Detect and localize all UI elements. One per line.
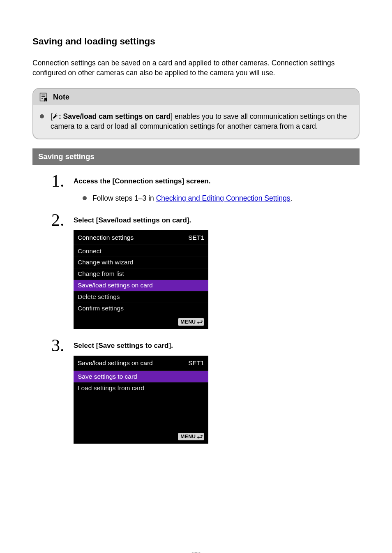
screen-items: Save settings to card Load settings from… [74,370,208,395]
menu-back-button[interactable]: MENU ⮐ [178,433,204,440]
step-title: Access the [Connection settings] screen. [74,177,360,186]
screen-footer: MENU ⮐ [74,315,208,329]
steps-list: Access the [Connection settings] screen.… [74,177,360,444]
menu-item-save-to-card[interactable]: Save settings to card [74,371,208,382]
bullet-icon [83,196,87,200]
note-label: Note [53,92,69,102]
step-1-note: Follow steps 1–3 in Checking and Editing… [92,194,292,204]
screen-header-right: SET1 [188,234,204,242]
camera-screen-save-load: Save/load settings on card SET1 Save set… [74,356,208,444]
menu-item-save-load[interactable]: Save/load settings on card [74,280,208,291]
menu-item-change-wizard[interactable]: Change with wizard [74,257,208,268]
reference-link[interactable]: Checking and Editing Connection Settings [156,194,291,202]
note-text: [: Save/load cam settings on card] enabl… [51,112,352,131]
note-bold: : Save/load cam settings on card [59,112,171,120]
menu-label: MENU [180,319,196,325]
screen-header-left: Connection settings [78,234,134,242]
menu-item-change-list[interactable]: Change from list [74,268,208,280]
menu-label: MENU [180,433,196,440]
menu-item-load-from-card[interactable]: Load settings from card [74,382,208,394]
screen-header-left: Save/load settings on card [78,359,153,368]
screen-header: Connection settings SET1 [74,230,208,245]
screen-footer: MENU ⮐ [74,430,208,444]
menu-back-button[interactable]: MENU ⮐ [178,318,204,326]
menu-item-connect[interactable]: Connect [74,246,208,257]
camera-screen-connection-settings: Connection settings SET1 Connect Change … [74,230,208,329]
bullet-icon [40,114,44,118]
wrench-icon [53,113,59,120]
note-box: Note [: Save/load cam settings on card] … [32,88,360,140]
note-body: [: Save/load cam settings on card] enabl… [33,105,359,139]
step-2: Select [Save/load settings on card]. Con… [74,216,360,329]
page-title: Saving and loading settings [32,35,360,48]
screen-header: Save/load settings on card SET1 [74,356,208,370]
menu-item-confirm[interactable]: Confirm settings [74,303,208,314]
note-icon [39,93,47,102]
return-icon: ⮐ [197,434,203,440]
screen-header-right: SET1 [188,359,204,368]
step-1-pre: Follow steps 1–3 in [92,194,156,202]
screen-spacer [74,395,208,430]
step-3: Select [Save settings to card]. Save/loa… [74,341,360,444]
step-1-post: . [291,194,293,202]
note-header: Note [33,89,359,105]
return-icon: ⮐ [197,319,203,325]
screen-items: Connect Change with wizard Change from l… [74,245,208,315]
step-title: Select [Save/load settings on card]. [74,216,360,225]
menu-item-delete[interactable]: Delete settings [74,291,208,303]
step-1: Access the [Connection settings] screen.… [74,177,360,204]
step-title: Select [Save settings to card]. [74,341,360,351]
intro-paragraph: Connection settings can be saved on a ca… [32,58,360,78]
section-bar: Saving settings [32,148,360,165]
page-number: 679 [32,551,360,553]
